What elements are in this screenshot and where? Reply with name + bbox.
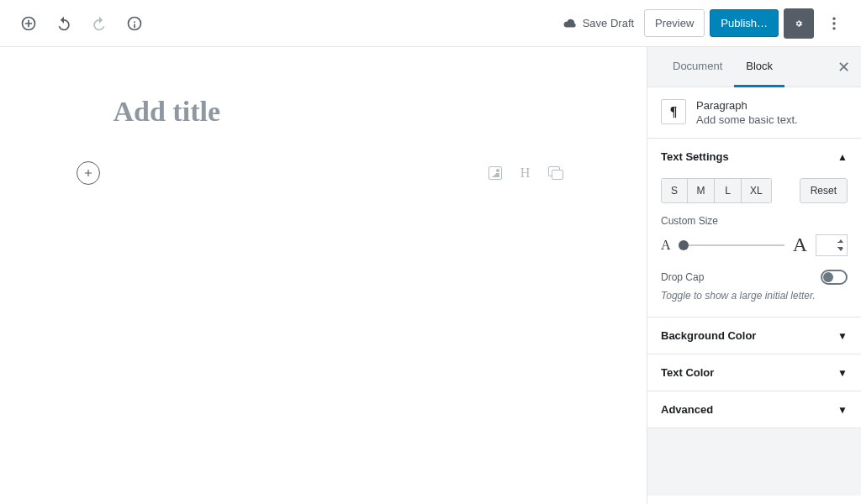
redo-button[interactable] <box>84 8 114 39</box>
panel-head-text-color[interactable]: Text Color ▼ <box>647 354 861 391</box>
panel-text-color: Text Color ▼ <box>647 354 861 391</box>
save-draft-button[interactable]: Save Draft <box>557 13 639 34</box>
close-sidebar-button[interactable]: ✕ <box>831 55 856 80</box>
settings-toggle-button[interactable] <box>784 8 814 39</box>
plus-circle-icon <box>20 15 37 32</box>
tab-block[interactable]: Block <box>734 47 784 87</box>
reset-size-button[interactable]: Reset <box>800 178 848 203</box>
post-title-input[interactable]: Add title <box>71 81 576 158</box>
sidebar-footer-space <box>647 428 861 496</box>
block-type-header: ¶ Paragraph Add some basic text. <box>647 87 861 139</box>
chevron-down-icon: ▼ <box>837 330 848 342</box>
content-info-button[interactable] <box>119 8 150 39</box>
chevron-up-icon: ▲ <box>837 151 848 163</box>
block-type-desc: Add some basic text. <box>696 113 798 126</box>
font-size-presets: S M L XL <box>661 178 772 203</box>
svg-point-1 <box>832 22 835 24</box>
panel-background-color: Background Color ▼ <box>647 318 861 354</box>
settings-sidebar: Document Block ✕ ¶ Paragraph Add some ba… <box>647 47 861 504</box>
chevron-down-icon: ▼ <box>837 367 848 379</box>
block-type-title: Paragraph <box>696 99 798 112</box>
custom-size-label: Custom Size <box>661 215 848 227</box>
kebab-icon <box>826 15 843 32</box>
cloud-icon <box>563 16 578 31</box>
panel-head-advanced[interactable]: Advanced ▼ <box>647 391 861 428</box>
redo-icon <box>91 15 108 32</box>
editor-canvas[interactable]: Add title H <box>0 47 647 504</box>
publish-button[interactable]: Publish… <box>710 9 779 37</box>
tab-document[interactable]: Document <box>661 47 734 87</box>
sidebar-tabs: Document Block ✕ <box>647 47 861 87</box>
plus-icon <box>82 167 94 179</box>
more-menu-button[interactable] <box>819 8 849 39</box>
panel-head-text-settings[interactable]: Text Settings ▲ <box>647 139 861 175</box>
gallery-block-shortcut[interactable] <box>547 165 564 181</box>
pilcrow-icon: ¶ <box>661 99 686 124</box>
drop-cap-toggle[interactable] <box>821 270 848 285</box>
image-block-shortcut[interactable] <box>487 165 504 181</box>
drop-cap-description: Toggle to show a large initial letter. <box>661 290 848 302</box>
panel-head-bg-color[interactable]: Background Color ▼ <box>647 318 861 354</box>
undo-icon <box>55 15 72 32</box>
add-block-button[interactable] <box>13 8 44 39</box>
save-draft-label: Save Draft <box>583 17 634 29</box>
toolbar-right: Save Draft Preview Publish… <box>557 8 853 39</box>
toolbar-left <box>8 8 150 39</box>
heading-block-shortcut[interactable]: H <box>517 165 534 181</box>
size-m-button[interactable]: M <box>688 178 715 203</box>
drop-cap-label: Drop Cap <box>661 271 704 283</box>
panel-advanced: Advanced ▼ <box>647 391 861 428</box>
gear-icon <box>795 16 803 31</box>
undo-button[interactable] <box>49 8 79 39</box>
preview-button[interactable]: Preview <box>644 9 705 37</box>
size-l-button[interactable]: L <box>715 178 742 203</box>
chevron-down-icon: ▼ <box>837 404 848 416</box>
custom-size-input[interactable] <box>816 234 848 256</box>
top-toolbar: Save Draft Preview Publish… <box>0 0 861 47</box>
panel-text-settings: Text Settings ▲ S M L XL Reset Custom Si… <box>647 139 861 318</box>
info-icon <box>126 15 143 32</box>
block-inserter-button[interactable] <box>77 161 100 185</box>
size-s-button[interactable]: S <box>661 178 688 203</box>
letter-a-small-icon: A <box>661 238 671 253</box>
custom-size-slider[interactable] <box>679 237 784 254</box>
letter-a-large-icon: A <box>793 234 807 256</box>
default-block-appender: H <box>71 158 576 188</box>
quick-insert-icons: H <box>487 165 576 181</box>
size-xl-button[interactable]: XL <box>742 178 772 203</box>
svg-point-2 <box>832 27 835 29</box>
svg-point-0 <box>832 17 835 19</box>
